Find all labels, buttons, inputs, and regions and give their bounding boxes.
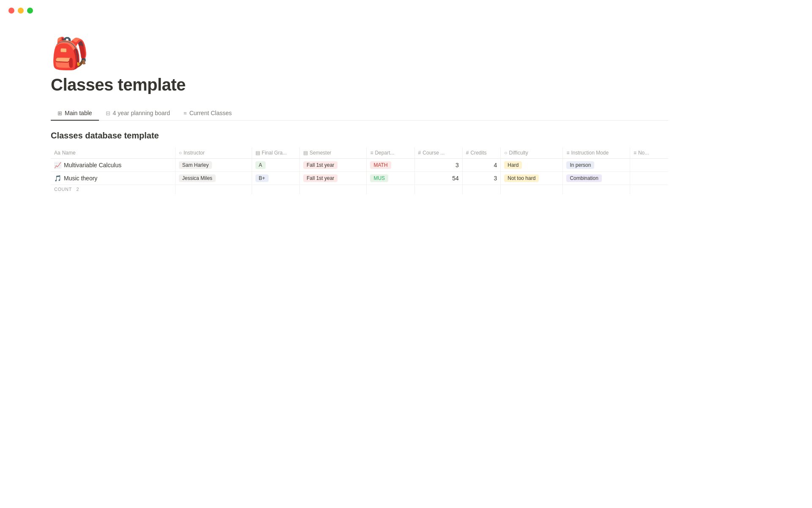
name-col-icon: Aa <box>54 150 60 156</box>
cell-credits-2[interactable]: 3 <box>462 172 501 185</box>
database-title: Classes database template <box>51 131 668 141</box>
row1-name: Multivariable Calculus <box>64 162 121 168</box>
tab-planning-board[interactable]: ⊟ 4 year planning board <box>99 106 177 121</box>
row1-difficulty-badge: Hard <box>504 161 522 169</box>
current-classes-icon: ≡ <box>184 110 187 116</box>
cell-difficulty-2[interactable]: Not too hard <box>501 172 563 185</box>
tab-main-table-label: Main table <box>65 110 92 116</box>
instructor-col-icon: ○ <box>179 150 182 156</box>
count-cell: COUNT 2 <box>51 185 175 195</box>
count-value: 2 <box>77 187 80 192</box>
row2-instruction-mode-badge: Combination <box>566 174 601 182</box>
semester-col-icon: ▤ <box>303 150 308 156</box>
col-header-notes[interactable]: ≡ No... <box>630 147 668 159</box>
notes-col-icon: ≡ <box>634 150 636 156</box>
tabs-container: ⊞ Main table ⊟ 4 year planning board ≡ C… <box>51 106 668 121</box>
cell-notes-1[interactable] <box>630 159 668 172</box>
row2-instructor-badge: Jessica Miles <box>179 174 216 182</box>
cell-instructor-2[interactable]: Jessica Miles <box>175 172 252 185</box>
difficulty-col-icon: ○ <box>504 150 507 156</box>
cell-instruction-mode-2[interactable]: Combination <box>563 172 630 185</box>
cell-dept-2[interactable]: MUS <box>367 172 414 185</box>
tab-main-table[interactable]: ⊞ Main table <box>51 106 99 121</box>
instruction-mode-col-icon: ≡ <box>566 150 569 156</box>
row1-instruction-mode-badge: In person <box>566 161 594 169</box>
col-header-final-grade[interactable]: ▤ Final Gra... <box>252 147 299 159</box>
classes-table: Aa Name ○ Instructor ▤ <box>51 147 668 194</box>
cell-semester-2[interactable]: Fall 1st year <box>300 172 367 185</box>
row2-emoji: 🎵 <box>54 175 61 182</box>
col-header-credits[interactable]: # Credits <box>462 147 501 159</box>
row2-course-num: 54 <box>452 175 459 182</box>
row1-emoji: 📈 <box>54 162 61 168</box>
row1-semester-badge: Fall 1st year <box>303 161 337 169</box>
row2-semester-badge: Fall 1st year <box>303 174 337 182</box>
cell-grade-2[interactable]: B+ <box>252 172 299 185</box>
table-row[interactable]: 📈 Multivariable Calculus Sam Harley A Fa… <box>51 159 668 172</box>
row2-credits: 3 <box>494 175 497 182</box>
col-header-instructor[interactable]: ○ Instructor <box>175 147 252 159</box>
database-section: Classes database template Aa Name ○ <box>51 131 668 194</box>
final-grade-col-icon: ▤ <box>255 150 260 156</box>
cell-dept-1[interactable]: MATH <box>367 159 414 172</box>
row2-difficulty-badge: Not too hard <box>504 174 539 182</box>
col-header-course-num[interactable]: # Course ... <box>414 147 462 159</box>
dept-col-icon: ≡ <box>370 150 373 156</box>
row1-grade-badge: A <box>255 161 266 169</box>
cell-credits-1[interactable]: 4 <box>462 159 501 172</box>
cell-course-num-2[interactable]: 54 <box>414 172 462 185</box>
cell-semester-1[interactable]: Fall 1st year <box>300 159 367 172</box>
row1-dept-badge: MATH <box>370 161 391 169</box>
traffic-light-yellow[interactable] <box>18 8 24 14</box>
col-header-semester[interactable]: ▤ Semester <box>300 147 367 159</box>
credits-col-icon: # <box>466 150 469 156</box>
tab-current-classes[interactable]: ≡ Current Classes <box>177 106 239 121</box>
table-wrapper: Aa Name ○ Instructor ▤ <box>51 147 668 194</box>
row2-grade-badge: B+ <box>255 174 269 182</box>
row1-credits: 4 <box>494 162 497 168</box>
cell-name-2[interactable]: 🎵 Music theory <box>51 172 175 185</box>
cell-name-1[interactable]: 📈 Multivariable Calculus <box>51 159 175 172</box>
page-icon: 🎒 <box>51 38 668 69</box>
course-num-col-icon: # <box>418 150 421 156</box>
col-header-difficulty[interactable]: ○ Difficulty <box>501 147 563 159</box>
cell-instructor-1[interactable]: Sam Harley <box>175 159 252 172</box>
main-table-icon: ⊞ <box>58 110 62 116</box>
count-label: COUNT <box>54 187 72 192</box>
table-row[interactable]: 🎵 Music theory Jessica Miles B+ Fall 1st… <box>51 172 668 185</box>
row2-dept-badge: MUS <box>370 174 388 182</box>
row1-instructor-badge: Sam Harley <box>179 161 212 169</box>
traffic-lights <box>0 0 812 21</box>
cell-notes-2[interactable] <box>630 172 668 185</box>
cell-instruction-mode-1[interactable]: In person <box>563 159 630 172</box>
cell-grade-1[interactable]: A <box>252 159 299 172</box>
traffic-light-green[interactable] <box>27 8 33 14</box>
page-title: Classes template <box>51 75 668 94</box>
traffic-light-red[interactable] <box>8 8 14 14</box>
col-header-instruction-mode[interactable]: ≡ Instruction Mode <box>563 147 630 159</box>
cell-course-num-1[interactable]: 3 <box>414 159 462 172</box>
count-row: COUNT 2 <box>51 185 668 195</box>
tab-planning-board-label: 4 year planning board <box>113 110 170 116</box>
table-header-row: Aa Name ○ Instructor ▤ <box>51 147 668 159</box>
col-header-name[interactable]: Aa Name <box>51 147 175 159</box>
tab-current-classes-label: Current Classes <box>189 110 232 116</box>
row2-name: Music theory <box>64 175 97 182</box>
planning-board-icon: ⊟ <box>106 110 110 116</box>
row1-course-num: 3 <box>455 162 459 168</box>
col-header-department[interactable]: ≡ Depart... <box>367 147 414 159</box>
cell-difficulty-1[interactable]: Hard <box>501 159 563 172</box>
